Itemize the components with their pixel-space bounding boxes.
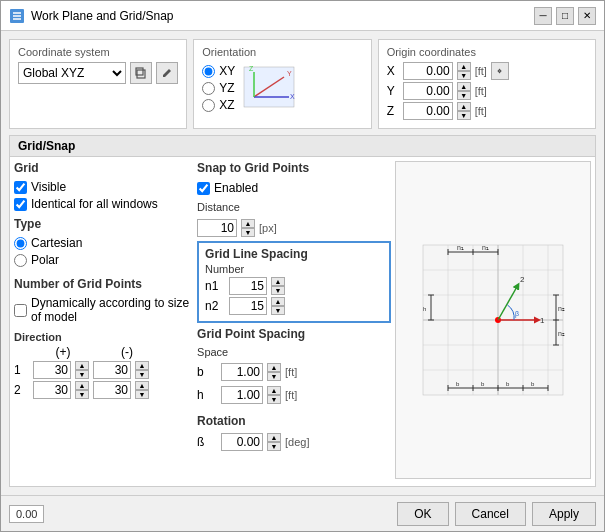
beta-spin: ▲ ▼ [267, 433, 281, 451]
distance-up[interactable]: ▲ [241, 219, 255, 228]
b-input[interactable] [221, 363, 263, 381]
orientation-yz-row: YZ [202, 81, 235, 95]
type-polar-radio[interactable] [14, 254, 27, 267]
dynamic-row: Dynamically according to size of model [14, 296, 193, 324]
n2-row: n2 ▲ ▼ [205, 297, 383, 315]
dir-2-plus-down[interactable]: ▼ [75, 390, 89, 399]
distance-unit: [px] [259, 222, 277, 234]
beta-label: ß [197, 435, 217, 449]
title-bar: Work Plane and Grid/Snap ─ □ ✕ [1, 1, 604, 31]
origin-z-spin: ▲ ▼ [457, 102, 471, 120]
beta-up[interactable]: ▲ [267, 433, 281, 442]
n2-input[interactable] [229, 297, 267, 315]
b-up[interactable]: ▲ [267, 363, 281, 372]
minimize-button[interactable]: ─ [534, 7, 552, 25]
origin-x-pick[interactable]: ⌖ [491, 62, 509, 80]
dir-1-minus-up[interactable]: ▲ [135, 361, 149, 370]
window-title: Work Plane and Grid/Snap [31, 9, 174, 23]
h-input[interactable] [221, 386, 263, 404]
dir-1-minus-input[interactable] [93, 361, 131, 379]
type-cartesian-radio[interactable] [14, 237, 27, 250]
origin-y-up[interactable]: ▲ [457, 82, 471, 91]
grid-line-spacing-box: Grid Line Spacing Number n1 ▲ ▼ n2 [197, 241, 391, 323]
origin-x-down[interactable]: ▼ [457, 71, 471, 80]
n2-up[interactable]: ▲ [271, 297, 285, 306]
n1-down[interactable]: ▼ [271, 286, 285, 295]
top-section: Coordinate system Global XYZ Orientation [9, 39, 596, 129]
dir-2-plus-up[interactable]: ▲ [75, 381, 89, 390]
cancel-button[interactable]: Cancel [455, 502, 526, 526]
origin-z-input[interactable] [403, 102, 453, 120]
dir-1-plus-spin: ▲ ▼ [75, 361, 89, 379]
origin-y-row: Y ▲ ▼ [ft] [387, 82, 587, 100]
rotation-section: Rotation ß ▲ ▼ [deg] [197, 414, 391, 453]
grid-diagram: n₁ n₁ n₂ n₂ 2 [418, 240, 568, 400]
distance-down[interactable]: ▼ [241, 228, 255, 237]
space-label: Space [197, 346, 391, 358]
beta-input[interactable] [221, 433, 263, 451]
dir-1-minus-down[interactable]: ▼ [135, 370, 149, 379]
number-label: Number [205, 263, 383, 275]
grid-line-spacing-title: Grid Line Spacing [205, 247, 383, 261]
snap-section: Snap to Grid Points Enabled Distance ▲ ▼ [197, 161, 391, 237]
enabled-checkbox[interactable] [197, 182, 210, 195]
origin-y-input[interactable] [403, 82, 453, 100]
origin-x-up[interactable]: ▲ [457, 62, 471, 71]
beta-down[interactable]: ▼ [267, 442, 281, 451]
orientation-xz-radio[interactable] [202, 99, 215, 112]
grid-point-spacing-title: Grid Point Spacing [197, 327, 391, 341]
close-button[interactable]: ✕ [578, 7, 596, 25]
ok-button[interactable]: OK [397, 502, 448, 526]
svg-text:n₂: n₂ [558, 305, 565, 312]
origin-z-down[interactable]: ▼ [457, 111, 471, 120]
dir-1-plus-up[interactable]: ▲ [75, 361, 89, 370]
coord-system-select[interactable]: Global XYZ [18, 62, 126, 84]
origin-y-down[interactable]: ▼ [457, 91, 471, 100]
dir-row-2: 2 ▲ ▼ ▲ ▼ [14, 381, 193, 399]
orientation-label: Orientation [202, 46, 362, 58]
dir-2-minus-input[interactable] [93, 381, 131, 399]
orientation-xy-radio[interactable] [202, 65, 215, 78]
origin-z-up[interactable]: ▲ [457, 102, 471, 111]
b-down[interactable]: ▼ [267, 372, 281, 381]
dir-2-plus-input[interactable] [33, 381, 71, 399]
n2-down[interactable]: ▼ [271, 306, 285, 315]
coord-edit-button[interactable] [156, 62, 178, 84]
dir-2-minus-down[interactable]: ▼ [135, 390, 149, 399]
svg-text:X: X [290, 93, 295, 100]
grid-snap-content: Grid Visible Identical for all windows T… [10, 157, 595, 483]
n1-row: n1 ▲ ▼ [205, 277, 383, 295]
grid-title: Grid [14, 161, 193, 175]
orientation-panel: Orientation XY YZ XZ [193, 39, 371, 129]
origin-y-label: Y [387, 84, 399, 98]
identical-checkbox[interactable] [14, 198, 27, 211]
distance-row: ▲ ▼ [px] [197, 219, 391, 237]
visible-checkbox[interactable] [14, 181, 27, 194]
dir-2-minus-spin: ▲ ▼ [135, 381, 149, 399]
dynamic-checkbox[interactable] [14, 304, 27, 317]
dir-1-plus-input[interactable] [33, 361, 71, 379]
enabled-label: Enabled [214, 181, 258, 195]
dir-2-minus-up[interactable]: ▲ [135, 381, 149, 390]
n1-up[interactable]: ▲ [271, 277, 285, 286]
origin-x-input[interactable] [403, 62, 453, 80]
distance-input[interactable] [197, 219, 237, 237]
apply-button[interactable]: Apply [532, 502, 596, 526]
dir-1-label: 1 [14, 363, 29, 377]
dynamic-label: Dynamically according to size of model [31, 296, 193, 324]
h-up[interactable]: ▲ [267, 386, 281, 395]
coord-copy-button[interactable] [130, 62, 152, 84]
maximize-button[interactable]: □ [556, 7, 574, 25]
svg-text:2: 2 [520, 275, 525, 284]
n1-input[interactable] [229, 277, 267, 295]
diagram-column: n₁ n₁ n₂ n₂ 2 [395, 161, 591, 479]
origin-z-row: Z ▲ ▼ [ft] [387, 102, 587, 120]
svg-text:h: h [423, 306, 426, 312]
distance-spin: ▲ ▼ [241, 219, 255, 237]
orientation-yz-radio[interactable] [202, 82, 215, 95]
left-column: Grid Visible Identical for all windows T… [14, 161, 193, 479]
dir-row-1: 1 ▲ ▼ ▲ ▼ [14, 361, 193, 379]
dir-1-plus-down[interactable]: ▼ [75, 370, 89, 379]
num-grid-pts-section: Number of Grid Points Dynamically accord… [14, 277, 193, 401]
h-down[interactable]: ▼ [267, 395, 281, 404]
